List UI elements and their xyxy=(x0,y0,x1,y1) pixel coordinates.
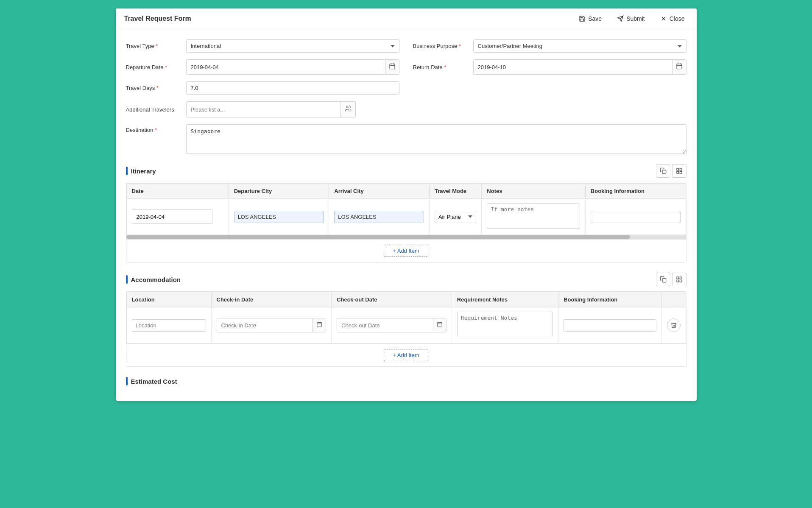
itinerary-title-bar xyxy=(126,167,128,175)
travel-type-input[interactable]: International Domestic xyxy=(186,39,399,53)
booking-info-input[interactable] xyxy=(591,211,681,223)
itinerary-date-input[interactable] xyxy=(132,211,212,223)
location-cell xyxy=(126,307,211,343)
additional-travelers-label: Additional Travelers xyxy=(126,106,181,113)
accommodation-title-bar xyxy=(126,275,128,284)
trash-icon xyxy=(670,322,677,329)
col-checkin: Check-in Date xyxy=(211,292,332,307)
return-calendar-icon[interactable] xyxy=(672,60,686,74)
return-date-field-input[interactable] xyxy=(474,61,672,73)
close-button[interactable]: Close xyxy=(657,14,688,24)
additional-travelers-wrapper xyxy=(186,101,356,117)
travel-request-form: Travel Request Form Save Submit xyxy=(116,8,697,401)
itinerary-scroll[interactable]: Date Departure City Arrival City Travel … xyxy=(126,183,686,235)
return-date-label: Return Date * xyxy=(413,64,468,70)
svg-rect-15 xyxy=(680,168,682,170)
itinerary-section-actions xyxy=(656,164,686,178)
form-row-1: Travel Type * International Domestic Bus… xyxy=(126,39,686,117)
checkout-calendar-icon[interactable] xyxy=(433,318,446,332)
accom-booking-cell xyxy=(558,307,661,343)
svg-rect-4 xyxy=(390,64,395,69)
col-location: Location xyxy=(126,292,211,307)
departure-date-field: Departure Date * xyxy=(126,59,399,75)
departure-date-wrapper xyxy=(186,59,399,75)
checkout-cell xyxy=(332,307,452,343)
form-title: Travel Request Form xyxy=(124,15,191,22)
accommodation-add-item-button[interactable]: + Add Item xyxy=(384,349,428,361)
business-purpose-field: Business Purpose * Customer/Partner Meet… xyxy=(413,39,686,53)
col-date: Date xyxy=(126,184,229,199)
checkin-date-input[interactable] xyxy=(217,319,313,332)
accommodation-section-header: Accommodation xyxy=(126,273,686,286)
travel-days-label: Travel Days * xyxy=(126,85,181,91)
itinerary-grid-button[interactable] xyxy=(672,164,686,178)
delete-accommodation-button[interactable] xyxy=(667,318,681,332)
svg-rect-26 xyxy=(680,280,682,282)
accommodation-title: Accommodation xyxy=(126,275,181,284)
req-notes-textarea[interactable] xyxy=(457,312,553,337)
submit-button[interactable]: Submit xyxy=(614,14,648,24)
svg-rect-31 xyxy=(438,322,442,327)
travel-days-field: Travel Days * xyxy=(126,81,399,95)
arrival-city-input[interactable] xyxy=(334,211,424,223)
additional-travelers-input[interactable] xyxy=(187,103,340,116)
travel-type-label: Travel Type * xyxy=(126,43,181,49)
form-body: Travel Type * International Domestic Bus… xyxy=(116,29,697,401)
col-travel-mode: Travel Mode xyxy=(429,184,481,199)
accommodation-copy-button[interactable] xyxy=(656,273,670,286)
travel-days-input[interactable] xyxy=(186,81,399,95)
people-icon[interactable] xyxy=(340,102,355,117)
submit-icon xyxy=(617,15,624,22)
checkout-date-input[interactable] xyxy=(337,319,433,332)
itinerary-date-wrapper xyxy=(132,209,212,224)
checkin-calendar-icon[interactable] xyxy=(313,318,326,332)
notes-cell xyxy=(482,199,586,235)
checkin-cell xyxy=(211,307,332,343)
header-actions: Save Submit Close xyxy=(575,14,688,24)
svg-rect-17 xyxy=(680,171,682,173)
destination-textarea[interactable]: Singapore xyxy=(186,124,686,154)
itinerary-section: Date Departure City Arrival City Travel … xyxy=(126,183,686,262)
itinerary-copy-button[interactable] xyxy=(656,164,670,178)
notes-textarea[interactable] xyxy=(487,203,580,229)
save-button[interactable]: Save xyxy=(575,14,605,24)
itinerary-date-cell xyxy=(126,199,229,235)
grid-icon xyxy=(676,167,683,174)
accommodation-grid-button[interactable] xyxy=(672,273,686,286)
departure-date-field-input[interactable] xyxy=(187,61,385,73)
svg-point-12 xyxy=(346,106,348,108)
destination-input[interactable]: Singapore xyxy=(186,124,686,156)
destination-label: Destination * xyxy=(126,124,181,133)
travel-type-field: Travel Type * International Domestic xyxy=(126,39,399,53)
accommodation-section: Location Check-in Date Check-out Date Re… xyxy=(126,291,686,367)
arrival-city-cell xyxy=(329,199,430,235)
departure-date-label: Departure Date * xyxy=(126,64,181,70)
accom-booking-input[interactable] xyxy=(564,319,656,332)
travel-mode-cell: Air Plane Train Car Bus xyxy=(429,199,481,235)
departure-date-input[interactable] xyxy=(186,59,399,75)
return-date-input[interactable] xyxy=(473,59,686,75)
col-req-notes: Requirement Notes xyxy=(452,292,558,307)
estimated-cost-title-bar xyxy=(126,377,128,385)
business-purpose-input[interactable]: Customer/Partner Meeting Internal Meetin… xyxy=(473,39,686,53)
svg-rect-25 xyxy=(677,280,679,282)
departure-calendar-icon[interactable] xyxy=(385,60,399,74)
itinerary-add-item-button[interactable]: + Add Item xyxy=(384,245,428,257)
departure-city-input[interactable] xyxy=(234,211,324,223)
svg-rect-8 xyxy=(677,64,682,69)
itinerary-scrollbar-thumb[interactable] xyxy=(126,235,630,239)
business-purpose-select[interactable]: Customer/Partner Meeting Internal Meetin… xyxy=(473,39,686,53)
itinerary-section-header: Itinerary xyxy=(126,164,686,178)
itinerary-calendar-icon[interactable] xyxy=(212,210,212,223)
travel-type-select[interactable]: International Domestic xyxy=(186,39,399,53)
accommodation-add-row: + Add Item xyxy=(126,343,686,366)
form-header: Travel Request Form Save Submit xyxy=(116,8,697,29)
grid-icon-2 xyxy=(676,276,683,283)
location-input[interactable] xyxy=(132,319,206,332)
travel-mode-select[interactable]: Air Plane Train Car Bus xyxy=(435,211,476,223)
table-row xyxy=(126,307,686,343)
itinerary-scrollbar[interactable] xyxy=(126,235,686,239)
travel-days-field-input[interactable] xyxy=(186,81,399,95)
col-departure-city: Departure City xyxy=(229,184,329,199)
col-actions xyxy=(661,292,686,307)
